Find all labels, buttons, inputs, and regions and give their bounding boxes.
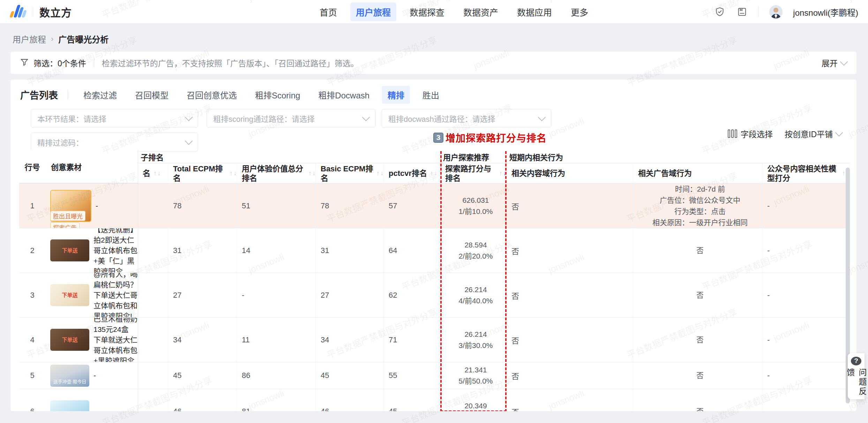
cell-cut <box>138 362 168 389</box>
sort-icons[interactable]: ↑↓ <box>499 170 506 177</box>
field-select-button[interactable]: 字段选择 <box>728 128 773 140</box>
cell-ux-score-rank: 81 <box>237 389 316 411</box>
creative-thumbnail[interactable]: 下单送 <box>50 284 89 306</box>
creative-title: - <box>93 370 96 381</box>
column-header-total[interactable]: Total ECPM排名↑↓ <box>168 163 237 183</box>
column-header-ad: 相关广告域行为 <box>633 163 762 183</box>
breadcrumb-parent[interactable]: 用户旅程 <box>13 33 46 45</box>
table-row[interactable]: 2下单送【送完就删】拍2即送大仁哥立体帆布包+美「仁」黑胶遮阳伞31143164… <box>19 228 850 273</box>
table-row[interactable]: 4下单送巴旦木植物奶 135元24盒 下单就送大仁哥立体帆布包+黑胶遮阳伞341… <box>19 318 850 362</box>
filter-bar: 筛选：0个条件 检索过滤环节的广告，不支持按照「广告版本」、「召回通过路径」筛选… <box>10 52 856 74</box>
creative-thumbnail[interactable]: 下单送 <box>50 329 89 351</box>
cell-basic-ecpm-rank: 46 <box>316 389 384 411</box>
column-header-creative: 创意素材 <box>45 150 138 183</box>
cell-total-ecpm-rank: 27 <box>168 273 237 317</box>
shield-check-icon[interactable] <box>714 6 726 18</box>
creative-title: @所有人，喝扁桃仁奶吗？ 下单送大仁哥立体帆布包和黑胶遮阳伞! <box>93 273 138 317</box>
cell-cut <box>138 273 168 317</box>
username[interactable]: jonsnowli(李鹏程) <box>793 6 858 18</box>
avatar[interactable] <box>769 5 783 18</box>
main-card: 广告列表 检索过滤 召回模型 召回创意优选 粗排Scoring 粗排Docwas… <box>10 80 856 411</box>
nav-item-data-assets[interactable]: 数据资产 <box>458 2 504 21</box>
column-header-mp[interactable]: 公众号内容相关性模型打分↑↓ <box>762 163 850 183</box>
sort-icons[interactable]: ↑↓ <box>154 170 160 177</box>
cell-ux-score-rank: 86 <box>237 362 316 389</box>
cell-pctcvr-rank: 57 <box>384 184 440 228</box>
frozen-pane-edge <box>138 150 138 411</box>
cell-ux-score-rank: 51 <box>237 184 316 228</box>
table-row[interactable]: 3下单送@所有人，喝扁桃仁奶吗？ 下单送大仁哥立体帆布包和黑胶遮阳伞!27-27… <box>19 273 850 318</box>
nav-item-data-explore[interactable]: 数据探查 <box>404 2 450 21</box>
select-coarse-docwash-path[interactable]: 粗排docwash通过路径：请选择 <box>382 109 551 128</box>
chevron-down-icon <box>840 58 848 66</box>
cell-basic-ecpm-rank: 78 <box>316 184 384 228</box>
creative-thumbnail[interactable]: 下单送 <box>50 239 89 261</box>
tab-retrieval-filter[interactable]: 检索过滤 <box>78 86 122 104</box>
expand-button[interactable]: 展开 <box>822 57 847 69</box>
select-fine-filter-code[interactable]: 精排过滤码： <box>31 133 198 151</box>
ad-table: 子排名用户探索推荐短期内相关行为名↑↓Total ECPM排名↑↓用户体验价值总… <box>19 150 850 411</box>
cell-pctcvr-rank: 55 <box>384 362 440 389</box>
stage-tabs: 广告列表 检索过滤 召回模型 召回创意优选 粗排Scoring 粗排Docwas… <box>20 87 445 103</box>
status-badge: 胜出且曝光 <box>50 211 85 221</box>
cell-content-domain-behavior: 否 <box>507 228 633 273</box>
feedback-button[interactable]: ? 问题反馈 <box>848 353 865 399</box>
tab-win[interactable]: 胜出 <box>417 86 445 104</box>
table-row[interactable]: 5送手冲壶 限今日-4586455521.3415/前50.0%否否- <box>19 362 850 389</box>
cell-content-domain-behavior: 否 <box>507 362 633 389</box>
brand-name: 数立方 <box>39 4 72 20</box>
tab-recall-creative[interactable]: 召回创意优选 <box>181 86 242 104</box>
table-row[interactable]: 1-胜出且曝光探索广告78517857626.0311/前10.0%否时间：2d… <box>19 184 850 228</box>
creative-thumbnail[interactable]: 送手冲壶 限今日 <box>50 365 89 387</box>
cell-mp-relevance-score: - <box>762 389 850 411</box>
layout-mode-dropdown[interactable]: 按创意ID平铺 <box>785 128 842 140</box>
creative-cell: 下单送@所有人，喝扁桃仁奶吗？ 下单送大仁哥立体帆布包和黑胶遮阳伞! <box>45 273 138 317</box>
question-bubble-icon: ? <box>851 357 861 365</box>
sort-icons[interactable]: ↑↓ <box>230 170 237 177</box>
row-number: 2 <box>19 228 45 273</box>
nav-item-data-apps[interactable]: 数据应用 <box>511 2 558 21</box>
tab-coarse-scoring[interactable]: 粗排Scoring <box>249 86 306 104</box>
nav-item-home[interactable]: 首页 <box>314 2 343 21</box>
tab-coarse-docwash[interactable]: 粗排Docwash <box>313 86 375 104</box>
column-header-ux[interactable]: 用户体验价值总分排名↑↓ <box>237 163 316 183</box>
nav-item-user-journey[interactable]: 用户旅程 <box>350 2 396 21</box>
filter-count-label: 筛选：0个条件 <box>33 57 86 69</box>
brand: 数立方 <box>10 4 72 20</box>
column-header-pctcvr[interactable]: pctcvr排名↑↓ <box>384 163 440 183</box>
cell-ad-domain-behavior: 时间：2d-7d 前广告位：微信公众号文中行为类型：点击相关原因：一级开户行业相… <box>633 184 762 228</box>
column-header-no: 行号 <box>19 150 45 183</box>
group-user-explore: 用户探索推荐 <box>440 150 507 163</box>
tab-fine-rank[interactable]: 精排 <box>382 86 410 104</box>
cell-mp-relevance-score: - <box>762 228 850 273</box>
select-stage-result[interactable]: 本环节结果：请选择 <box>31 109 198 128</box>
column-header-explore[interactable]: 探索路打分与排名↑↓ <box>440 163 507 183</box>
select-coarse-scoring-path[interactable]: 粗排scoring通过路径：请选择 <box>207 109 375 128</box>
creative-cell: 送手冲壶 限今日- <box>45 362 138 389</box>
sort-icons[interactable]: ↑↓ <box>376 170 383 177</box>
tab-recall-model[interactable]: 召回模型 <box>129 86 174 104</box>
creative-title: - <box>93 406 96 411</box>
row-number: 3 <box>19 273 45 317</box>
cell-ad-domain-behavior: 否 <box>633 228 762 273</box>
creative-title: 【送完就删】拍2即送大仁哥立体帆布包+美「仁」黑胶遮阳伞 <box>93 228 138 273</box>
row-number: 5 <box>19 362 45 389</box>
handbook-icon[interactable] <box>736 6 748 18</box>
status-badge: 探索广告 <box>50 222 80 228</box>
chevron-down-icon <box>185 137 193 145</box>
cell-total-ecpm-rank: 45 <box>168 362 237 389</box>
group-none <box>762 150 850 163</box>
column-header-basic[interactable]: Basic ECPM排名↑↓ <box>316 163 384 183</box>
nav-item-more[interactable]: 更多 <box>565 2 594 21</box>
cell-cut <box>138 228 168 273</box>
creative-cell: 下单送【送完就删】拍2即送大仁哥立体帆布包+美「仁」黑胶遮阳伞 <box>45 228 138 273</box>
column-header-content: 相关内容域行为 <box>507 163 633 183</box>
creative-thumbnail[interactable] <box>50 400 89 411</box>
cell-mp-relevance-score: - <box>762 273 850 317</box>
nav-menu: 首页 用户旅程 数据探查 数据资产 数据应用 更多 <box>314 0 594 24</box>
table-row[interactable]: 6-4681464520.3496/前60.0%否否- <box>19 389 850 411</box>
sort-icons[interactable]: ↑↓ <box>308 170 315 177</box>
cell-pctcvr-rank: 64 <box>384 228 440 273</box>
column-header-cut[interactable]: 名↑↓ <box>138 163 168 183</box>
sort-icons[interactable]: ↑↓ <box>430 170 437 177</box>
